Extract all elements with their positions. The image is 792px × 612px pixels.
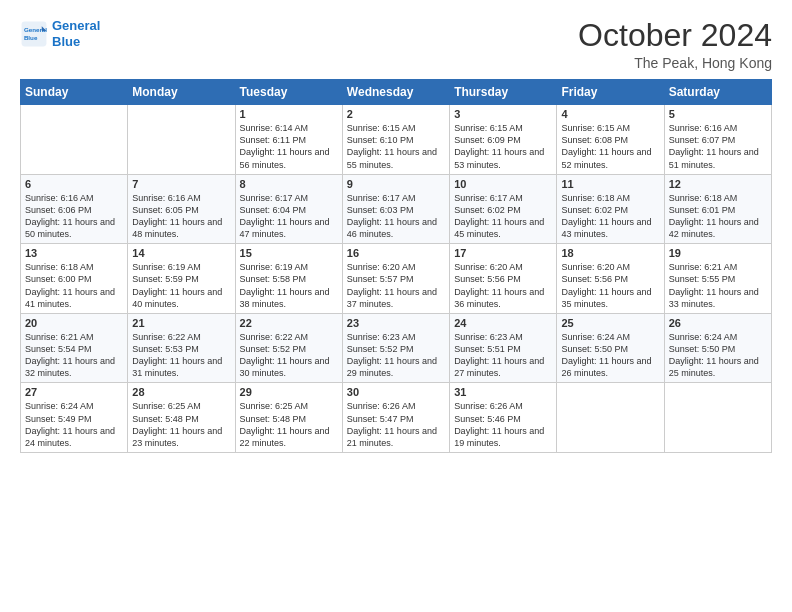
week-row-4: 27Sunrise: 6:24 AMSunset: 5:49 PMDayligh… bbox=[21, 383, 772, 453]
cell-1-2: 8Sunrise: 6:17 AMSunset: 6:04 PMDaylight… bbox=[235, 174, 342, 244]
header-sunday: Sunday bbox=[21, 80, 128, 105]
month-title: October 2024 bbox=[578, 18, 772, 53]
cell-1-1: 7Sunrise: 6:16 AMSunset: 6:05 PMDaylight… bbox=[128, 174, 235, 244]
cell-2-0: 13Sunrise: 6:18 AMSunset: 6:00 PMDayligh… bbox=[21, 244, 128, 314]
cell-text-1-2: Sunrise: 6:17 AMSunset: 6:04 PMDaylight:… bbox=[240, 192, 338, 241]
calendar-header-row: Sunday Monday Tuesday Wednesday Thursday… bbox=[21, 80, 772, 105]
cell-4-1: 28Sunrise: 6:25 AMSunset: 5:48 PMDayligh… bbox=[128, 383, 235, 453]
header-friday: Friday bbox=[557, 80, 664, 105]
day-num-0-6: 5 bbox=[669, 108, 767, 120]
cell-2-4: 17Sunrise: 6:20 AMSunset: 5:56 PMDayligh… bbox=[450, 244, 557, 314]
day-num-2-6: 19 bbox=[669, 247, 767, 259]
cell-2-1: 14Sunrise: 6:19 AMSunset: 5:59 PMDayligh… bbox=[128, 244, 235, 314]
logo-text: General Blue bbox=[52, 18, 100, 49]
cell-1-5: 11Sunrise: 6:18 AMSunset: 6:02 PMDayligh… bbox=[557, 174, 664, 244]
calendar: Sunday Monday Tuesday Wednesday Thursday… bbox=[20, 79, 772, 453]
day-num-3-5: 25 bbox=[561, 317, 659, 329]
week-row-3: 20Sunrise: 6:21 AMSunset: 5:54 PMDayligh… bbox=[21, 313, 772, 383]
cell-0-3: 2Sunrise: 6:15 AMSunset: 6:10 PMDaylight… bbox=[342, 105, 449, 175]
cell-text-4-4: Sunrise: 6:26 AMSunset: 5:46 PMDaylight:… bbox=[454, 400, 552, 449]
cell-4-5 bbox=[557, 383, 664, 453]
day-num-4-0: 27 bbox=[25, 386, 123, 398]
week-row-2: 13Sunrise: 6:18 AMSunset: 6:00 PMDayligh… bbox=[21, 244, 772, 314]
day-num-3-3: 23 bbox=[347, 317, 445, 329]
day-num-4-4: 31 bbox=[454, 386, 552, 398]
cell-text-2-6: Sunrise: 6:21 AMSunset: 5:55 PMDaylight:… bbox=[669, 261, 767, 310]
cell-text-0-3: Sunrise: 6:15 AMSunset: 6:10 PMDaylight:… bbox=[347, 122, 445, 171]
cell-2-3: 16Sunrise: 6:20 AMSunset: 5:57 PMDayligh… bbox=[342, 244, 449, 314]
day-num-0-5: 4 bbox=[561, 108, 659, 120]
day-num-1-2: 8 bbox=[240, 178, 338, 190]
cell-4-0: 27Sunrise: 6:24 AMSunset: 5:49 PMDayligh… bbox=[21, 383, 128, 453]
cell-1-3: 9Sunrise: 6:17 AMSunset: 6:03 PMDaylight… bbox=[342, 174, 449, 244]
day-num-1-5: 11 bbox=[561, 178, 659, 190]
cell-text-2-1: Sunrise: 6:19 AMSunset: 5:59 PMDaylight:… bbox=[132, 261, 230, 310]
cell-text-1-1: Sunrise: 6:16 AMSunset: 6:05 PMDaylight:… bbox=[132, 192, 230, 241]
cell-3-3: 23Sunrise: 6:23 AMSunset: 5:52 PMDayligh… bbox=[342, 313, 449, 383]
cell-text-2-5: Sunrise: 6:20 AMSunset: 5:56 PMDaylight:… bbox=[561, 261, 659, 310]
cell-0-5: 4Sunrise: 6:15 AMSunset: 6:08 PMDaylight… bbox=[557, 105, 664, 175]
cell-text-1-0: Sunrise: 6:16 AMSunset: 6:06 PMDaylight:… bbox=[25, 192, 123, 241]
cell-4-3: 30Sunrise: 6:26 AMSunset: 5:47 PMDayligh… bbox=[342, 383, 449, 453]
cell-text-0-2: Sunrise: 6:14 AMSunset: 6:11 PMDaylight:… bbox=[240, 122, 338, 171]
cell-text-4-3: Sunrise: 6:26 AMSunset: 5:47 PMDaylight:… bbox=[347, 400, 445, 449]
cell-text-1-6: Sunrise: 6:18 AMSunset: 6:01 PMDaylight:… bbox=[669, 192, 767, 241]
cell-4-4: 31Sunrise: 6:26 AMSunset: 5:46 PMDayligh… bbox=[450, 383, 557, 453]
cell-1-6: 12Sunrise: 6:18 AMSunset: 6:01 PMDayligh… bbox=[664, 174, 771, 244]
day-num-0-3: 2 bbox=[347, 108, 445, 120]
cell-3-5: 25Sunrise: 6:24 AMSunset: 5:50 PMDayligh… bbox=[557, 313, 664, 383]
cell-2-5: 18Sunrise: 6:20 AMSunset: 5:56 PMDayligh… bbox=[557, 244, 664, 314]
header-saturday: Saturday bbox=[664, 80, 771, 105]
day-num-3-2: 22 bbox=[240, 317, 338, 329]
cell-3-4: 24Sunrise: 6:23 AMSunset: 5:51 PMDayligh… bbox=[450, 313, 557, 383]
day-num-2-4: 17 bbox=[454, 247, 552, 259]
week-row-1: 6Sunrise: 6:16 AMSunset: 6:06 PMDaylight… bbox=[21, 174, 772, 244]
cell-text-2-4: Sunrise: 6:20 AMSunset: 5:56 PMDaylight:… bbox=[454, 261, 552, 310]
cell-text-4-1: Sunrise: 6:25 AMSunset: 5:48 PMDaylight:… bbox=[132, 400, 230, 449]
cell-text-3-3: Sunrise: 6:23 AMSunset: 5:52 PMDaylight:… bbox=[347, 331, 445, 380]
day-num-1-0: 6 bbox=[25, 178, 123, 190]
day-num-3-4: 24 bbox=[454, 317, 552, 329]
cell-0-0 bbox=[21, 105, 128, 175]
cell-text-3-5: Sunrise: 6:24 AMSunset: 5:50 PMDaylight:… bbox=[561, 331, 659, 380]
cell-text-3-2: Sunrise: 6:22 AMSunset: 5:52 PMDaylight:… bbox=[240, 331, 338, 380]
day-num-0-2: 1 bbox=[240, 108, 338, 120]
cell-2-6: 19Sunrise: 6:21 AMSunset: 5:55 PMDayligh… bbox=[664, 244, 771, 314]
page: General Blue General Blue October 2024 T… bbox=[0, 0, 792, 612]
logo-line2: Blue bbox=[52, 34, 80, 49]
logo: General Blue General Blue bbox=[20, 18, 100, 49]
header-tuesday: Tuesday bbox=[235, 80, 342, 105]
cell-text-3-4: Sunrise: 6:23 AMSunset: 5:51 PMDaylight:… bbox=[454, 331, 552, 380]
cell-3-2: 22Sunrise: 6:22 AMSunset: 5:52 PMDayligh… bbox=[235, 313, 342, 383]
header-monday: Monday bbox=[128, 80, 235, 105]
cell-text-2-2: Sunrise: 6:19 AMSunset: 5:58 PMDaylight:… bbox=[240, 261, 338, 310]
day-num-1-4: 10 bbox=[454, 178, 552, 190]
day-num-2-1: 14 bbox=[132, 247, 230, 259]
day-num-0-4: 3 bbox=[454, 108, 552, 120]
cell-text-1-4: Sunrise: 6:17 AMSunset: 6:02 PMDaylight:… bbox=[454, 192, 552, 241]
day-num-3-6: 26 bbox=[669, 317, 767, 329]
day-num-1-3: 9 bbox=[347, 178, 445, 190]
cell-text-0-4: Sunrise: 6:15 AMSunset: 6:09 PMDaylight:… bbox=[454, 122, 552, 171]
cell-text-1-5: Sunrise: 6:18 AMSunset: 6:02 PMDaylight:… bbox=[561, 192, 659, 241]
day-num-2-0: 13 bbox=[25, 247, 123, 259]
cell-text-4-2: Sunrise: 6:25 AMSunset: 5:48 PMDaylight:… bbox=[240, 400, 338, 449]
header-row: General Blue General Blue October 2024 T… bbox=[20, 18, 772, 71]
day-num-1-1: 7 bbox=[132, 178, 230, 190]
cell-2-2: 15Sunrise: 6:19 AMSunset: 5:58 PMDayligh… bbox=[235, 244, 342, 314]
cell-0-6: 5Sunrise: 6:16 AMSunset: 6:07 PMDaylight… bbox=[664, 105, 771, 175]
day-num-1-6: 12 bbox=[669, 178, 767, 190]
header-wednesday: Wednesday bbox=[342, 80, 449, 105]
cell-3-0: 20Sunrise: 6:21 AMSunset: 5:54 PMDayligh… bbox=[21, 313, 128, 383]
cell-text-2-3: Sunrise: 6:20 AMSunset: 5:57 PMDaylight:… bbox=[347, 261, 445, 310]
day-num-4-2: 29 bbox=[240, 386, 338, 398]
day-num-3-0: 20 bbox=[25, 317, 123, 329]
day-num-4-3: 30 bbox=[347, 386, 445, 398]
day-num-4-1: 28 bbox=[132, 386, 230, 398]
week-row-0: 1Sunrise: 6:14 AMSunset: 6:11 PMDaylight… bbox=[21, 105, 772, 175]
cell-text-4-0: Sunrise: 6:24 AMSunset: 5:49 PMDaylight:… bbox=[25, 400, 123, 449]
cell-text-1-3: Sunrise: 6:17 AMSunset: 6:03 PMDaylight:… bbox=[347, 192, 445, 241]
title-block: October 2024 The Peak, Hong Kong bbox=[578, 18, 772, 71]
cell-0-2: 1Sunrise: 6:14 AMSunset: 6:11 PMDaylight… bbox=[235, 105, 342, 175]
cell-1-4: 10Sunrise: 6:17 AMSunset: 6:02 PMDayligh… bbox=[450, 174, 557, 244]
